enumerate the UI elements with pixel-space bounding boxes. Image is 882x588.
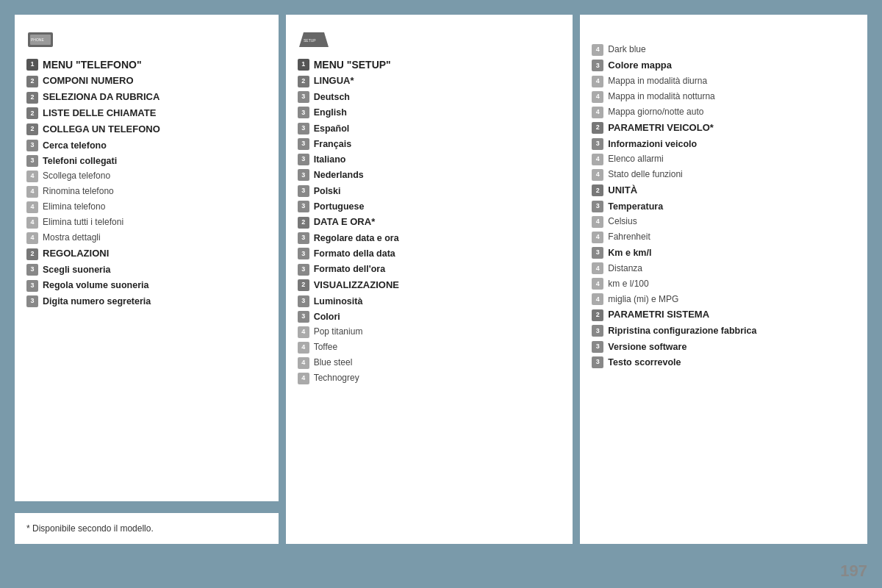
item-text: LISTE DELLE CHIAMATE — [43, 107, 156, 120]
list-item: 3Telefoni collegati — [26, 155, 267, 167]
item-text: Elimina telefono — [43, 201, 105, 213]
item-text: Blue steel — [314, 357, 353, 369]
item-text: UNITÀ — [608, 184, 637, 197]
badge: 3 — [298, 91, 309, 103]
badge: 3 — [592, 60, 603, 71]
list-item: 3Informazioni veicolo — [592, 138, 856, 150]
list-item: 3Nederlands — [298, 169, 562, 181]
list-item: 4miglia (mi) e MPG — [592, 293, 856, 305]
item-text: Regolare data e ora — [314, 232, 399, 244]
badge: 3 — [298, 264, 309, 276]
badge: 4 — [592, 293, 603, 305]
item-text: Celsius — [608, 216, 637, 228]
list-item: 4Technogrey — [298, 373, 562, 384]
item-text: Français — [314, 138, 351, 150]
badge: 4 — [592, 262, 603, 274]
item-text: VISUALIZZAZIONE — [314, 279, 399, 292]
list-item: 2REGOLAZIONI — [26, 248, 267, 260]
item-text: Formato dell'ora — [314, 263, 385, 275]
item-text: Deutsch — [314, 91, 350, 103]
item-text: Informazioni veicolo — [608, 138, 697, 150]
item-text: Español — [314, 123, 350, 135]
footnote-text: * Disponibile secondo il modello. — [26, 523, 154, 534]
list-item: 2VISUALIZZAZIONE — [298, 279, 562, 292]
list-item: 3Polski — [298, 185, 562, 197]
left-menu-items: 1MENU "TELEFONO"2COMPONI NUMERO2SELEZION… — [26, 58, 267, 307]
item-text: SELEZIONA DA RUBRICA — [43, 91, 159, 104]
list-item: 4km e l/100 — [592, 278, 856, 290]
list-item: 4Celsius — [592, 216, 856, 228]
list-item: 2LISTE DELLE CHIAMATE — [26, 107, 267, 120]
badge: 3 — [298, 201, 309, 212]
column-middle: SETUP 1MENU "SETUP"2LINGUA*3Deutsch3Engl… — [286, 15, 573, 544]
list-item: 3Français — [298, 138, 562, 150]
item-text: DATA E ORA* — [314, 216, 376, 229]
badge: 2 — [298, 279, 309, 291]
item-text: Luminosità — [314, 295, 363, 307]
item-text: REGOLAZIONI — [43, 248, 109, 260]
item-text: Mostra dettagli — [43, 232, 101, 244]
list-item: 4Fahrenheit — [592, 232, 856, 243]
list-item: 3Italiano — [298, 154, 562, 165]
list-item: 3English — [298, 107, 562, 118]
badge: 3 — [592, 247, 603, 259]
badge: 3 — [298, 185, 309, 197]
badge: 3 — [298, 295, 309, 307]
badge: 4 — [26, 201, 38, 213]
item-text: Versione software — [608, 341, 686, 353]
item-text: Elenco allarmi — [608, 154, 663, 165]
list-item: 2COMPONI NUMERO — [26, 75, 267, 87]
badge: 4 — [592, 278, 603, 290]
badge: 4 — [592, 44, 603, 56]
right-menu-items: 4Dark blue3Colore mappa4Mappa in modalit… — [592, 44, 856, 368]
list-item: 4Blue steel — [298, 357, 562, 369]
badge: 4 — [298, 357, 309, 369]
list-item: 3Cerca telefono — [26, 140, 267, 151]
list-item: 3Portuguese — [298, 201, 562, 212]
item-text: km e l/100 — [608, 279, 648, 290]
badge: 2 — [592, 309, 603, 321]
middle-menu-items: 1MENU "SETUP"2LINGUA*3Deutsch3English3Es… — [298, 58, 562, 384]
item-text: Temperatura — [608, 201, 663, 212]
list-item: 4Mappa in modalità notturna — [592, 91, 856, 103]
list-item: 3Testo scorrevole — [592, 356, 856, 368]
badge: 2 — [298, 217, 309, 229]
footnote-box: * Disponibile secondo il modello. — [15, 513, 279, 544]
badge: 4 — [26, 186, 38, 198]
badge: 3 — [298, 154, 309, 165]
list-item: 3Temperatura — [592, 201, 856, 212]
item-text: Mappa in modalità diurna — [608, 76, 707, 87]
item-text: Technogrey — [314, 373, 359, 384]
list-item: 3Español — [298, 123, 562, 135]
item-text: Mappa in modalità notturna — [608, 91, 714, 103]
list-item: 4Elenco allarmi — [592, 154, 856, 165]
list-item: 4Mostra dettagli — [26, 232, 267, 244]
badge: 4 — [298, 342, 309, 354]
badge: 2 — [592, 122, 603, 134]
list-item: 3Regolare data e ora — [298, 232, 562, 244]
badge: 4 — [592, 232, 603, 243]
badge: 1 — [298, 59, 309, 71]
badge: 3 — [298, 248, 309, 259]
item-text: Digita numero segreteria — [43, 295, 151, 307]
item-text: Mappa giorno/notte auto — [608, 107, 703, 118]
item-text: Colori — [314, 311, 340, 323]
item-text: Stato delle funzioni — [608, 169, 682, 181]
badge: 4 — [592, 76, 603, 87]
list-item: 3Versione software — [592, 341, 856, 353]
badge: 3 — [592, 341, 603, 353]
list-item: 2LINGUA* — [298, 75, 562, 87]
badge: 2 — [298, 76, 309, 87]
badge: 3 — [592, 325, 603, 337]
column-right: 4Dark blue3Colore mappa4Mappa in modalit… — [580, 15, 867, 544]
badge: 3 — [298, 232, 309, 244]
list-item: 4Mappa giorno/notte auto — [592, 107, 856, 118]
list-item: 2UNITÀ — [592, 184, 856, 197]
item-text: Rinomina telefono — [43, 186, 114, 198]
list-item: 4Scollega telefono — [26, 171, 267, 182]
list-item: 4Elimina telefono — [26, 201, 267, 213]
item-text: Regola volume suoneria — [43, 279, 148, 291]
list-item: 4Stato delle funzioni — [592, 169, 856, 181]
item-text: PARAMETRI VEICOLO* — [608, 122, 714, 135]
badge: 4 — [298, 326, 309, 338]
